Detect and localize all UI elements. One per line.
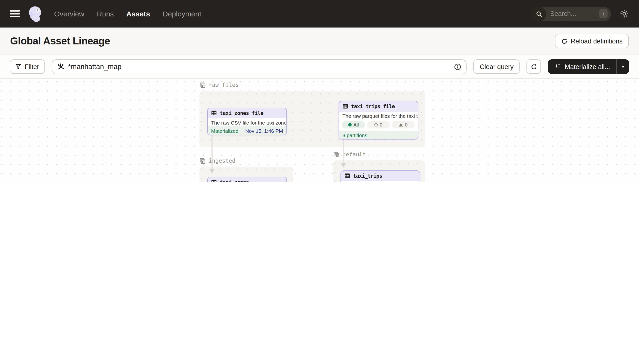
info-icon[interactable] [454,63,461,70]
dagster-app: Overview Runs Assets Deployment Search..… [0,0,639,182]
asset-node-taxi-trips[interactable]: taxi_trips The raw taxi trips dataset, l… [341,170,420,182]
partitions-count: 3 partitions [342,132,367,138]
nav-link-overview[interactable]: Overview [54,10,84,18]
materialize-all-button[interactable]: Materialize all... [548,60,616,74]
asset-description: The raw CSV file for the taxi zones dat.… [208,118,286,126]
lineage-canvas[interactable]: raw_files ingested default metrics [0,79,639,182]
nav-link-deployment[interactable]: Deployment [163,10,201,18]
top-nav: Overview Runs Assets Deployment Search..… [0,0,639,28]
asset-selection-input[interactable] [68,63,450,70]
lineage-edges [0,79,639,182]
menu-icon[interactable] [10,10,20,18]
refresh-button[interactable] [526,60,541,74]
asset-description: The raw taxi trips dataset, loaded into … [341,181,420,182]
asset-name: taxi_trips [353,173,382,178]
page-header: Global Asset Lineage Reload definitions [0,28,639,55]
graph-selector-icon [57,63,64,70]
lineage-toolbar: Filter Clear query Materialize all... ▼ [0,55,639,79]
sparkle-icon [554,63,561,70]
asset-node-taxi-trips-file[interactable]: taxi_trips_file The raw parquet files fo… [339,101,418,140]
table-icon [342,103,348,109]
slash-shortcut-badge: / [599,9,607,18]
asset-node-taxi-zones-file[interactable]: taxi_zones_file The raw CSV file for the… [207,108,287,135]
asset-selection-input-wrap [52,59,467,74]
clear-query-button[interactable]: Clear query [474,60,520,74]
reload-definitions-button[interactable]: Reload definitions [555,34,629,48]
missing-ring-icon [374,123,378,126]
nav-link-assets[interactable]: Assets [126,10,150,18]
materialize-dropdown-caret[interactable]: ▼ [617,60,629,74]
materialized-dot-icon [348,123,352,126]
refresh-icon [530,64,537,70]
filter-icon [16,64,21,70]
asset-node-taxi-zones[interactable]: taxi_zones The raw taxi zones dataset, l… [207,177,287,182]
search-placeholder: Search... [550,10,599,18]
table-icon [211,179,217,182]
asset-name: taxi_zones_file [220,110,263,116]
table-icon [211,110,217,116]
asset-name: taxi_zones [220,179,249,182]
partitions-materialized-badge: All [342,121,365,128]
dagster-logo [26,4,45,23]
search-icon [532,6,546,21]
partitions-missing-badge: 0 [367,121,390,128]
nav-links: Overview Runs Assets Deployment [54,10,201,18]
asset-status: Materialized [211,128,238,134]
page-title: Global Asset Lineage [10,35,110,47]
table-icon [344,173,350,178]
failed-triangle-icon [399,123,403,126]
filter-button[interactable]: Filter [10,60,45,74]
search-input[interactable]: Search... / [532,6,611,21]
partition-health-badges: All 0 0 [339,120,418,131]
asset-name: taxi_trips_file [351,103,395,109]
materialize-all-button-group: Materialize all... ▼ [548,60,629,74]
nav-link-runs[interactable]: Runs [97,10,114,18]
reload-icon [561,38,567,44]
gear-icon[interactable] [620,9,629,18]
asset-timestamp: Nov 15, 1:46 PM [245,128,283,134]
asset-description: The raw parquet files for the taxi trips… [339,112,418,120]
partitions-failed-badge: 0 [392,121,415,128]
